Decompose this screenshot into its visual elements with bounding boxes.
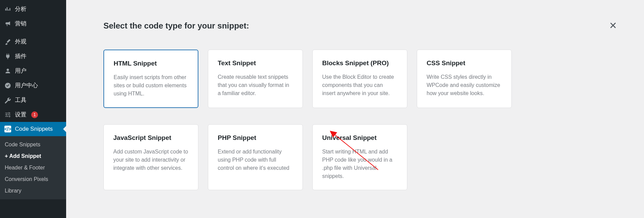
card-php-snippet[interactable]: PHP Snippet Extend or add functionality … xyxy=(208,124,303,190)
submenu-item-header-footer[interactable]: Header & Footer xyxy=(0,162,66,174)
sidebar-label: 用户中心 xyxy=(15,81,38,89)
close-button[interactable]: ✕ xyxy=(606,19,620,33)
snippet-type-grid: HTML Snippet Easily insert scripts from … xyxy=(103,50,620,190)
submenu-item-add-snippet[interactable]: + Add Snippet xyxy=(0,150,66,162)
sidebar-label: 营销 xyxy=(15,20,26,28)
submenu-item-library[interactable]: Library xyxy=(0,185,66,197)
card-css-snippet[interactable]: CSS Snippet Write CSS styles directly in… xyxy=(417,50,512,108)
sidebar-label: 插件 xyxy=(15,52,26,60)
sidebar-item-users[interactable]: 用户 xyxy=(0,63,66,78)
wrench-icon xyxy=(4,96,12,104)
card-blocks-snippet[interactable]: Blocks Snippet (PRO) Use the Block Edito… xyxy=(312,50,407,108)
card-desc: Start writing HTML and add PHP code like… xyxy=(322,148,397,180)
bar-chart-icon xyxy=(4,5,12,13)
sidebar-label: 用户 xyxy=(15,67,26,75)
sidebar-item-code-snippets[interactable]: </> Code Snippets xyxy=(0,122,66,136)
sidebar-label: 设置 xyxy=(15,111,26,119)
code-snippets-submenu: Code Snippets + Add Snippet Header & Foo… xyxy=(0,136,66,199)
sidebar-label: 分析 xyxy=(15,5,26,13)
card-title: Text Snippet xyxy=(218,59,293,67)
sidebar-item-analytics[interactable]: 分析 xyxy=(0,2,66,16)
submenu-item-conversion-pixels[interactable]: Conversion Pixels xyxy=(0,174,66,185)
sliders-icon xyxy=(4,111,12,119)
sidebar-item-tools[interactable]: 工具 xyxy=(0,93,66,107)
admin-sidebar: 分析 营销 外观 插件 用户 用户中心 工具 设置 1 </> Code Sni… xyxy=(0,0,66,218)
check-circle-icon xyxy=(4,82,12,89)
page-heading: Select the code type for your snippet: xyxy=(103,21,249,31)
sidebar-item-appearance[interactable]: 外观 xyxy=(0,34,66,49)
megaphone-icon xyxy=(4,20,12,28)
card-desc: Use the Block Editor to create component… xyxy=(322,73,397,97)
card-title: HTML Snippet xyxy=(114,60,188,67)
card-title: Universal Snippet xyxy=(322,134,397,142)
sidebar-item-plugins[interactable]: 插件 xyxy=(0,49,66,63)
plug-icon xyxy=(4,53,12,60)
card-text-snippet[interactable]: Text Snippet Create reusable text snippe… xyxy=(208,50,303,108)
sidebar-label: 外观 xyxy=(15,38,26,46)
notification-badge: 1 xyxy=(31,111,38,118)
submenu-item-code-snippets[interactable]: Code Snippets xyxy=(0,139,66,150)
card-javascript-snippet[interactable]: JavaScript Snippet Add custom JavaScript… xyxy=(103,124,198,190)
card-html-snippet[interactable]: HTML Snippet Easily insert scripts from … xyxy=(103,50,198,108)
card-desc: Extend or add functionality using PHP co… xyxy=(218,148,293,172)
card-title: CSS Snippet xyxy=(427,59,502,67)
sidebar-item-settings[interactable]: 设置 1 xyxy=(0,107,66,122)
code-icon: </> xyxy=(4,125,12,133)
card-title: PHP Snippet xyxy=(218,134,293,142)
card-desc: Add custom JavaScript code to your site … xyxy=(113,148,189,172)
card-universal-snippet[interactable]: Universal Snippet Start writing HTML and… xyxy=(312,124,407,190)
sidebar-label: 工具 xyxy=(15,96,26,104)
brush-icon xyxy=(4,38,12,46)
sidebar-item-user-center[interactable]: 用户中心 xyxy=(0,78,66,93)
sidebar-label: Code Snippets xyxy=(15,126,53,132)
card-desc: Write CSS styles directly in WPCode and … xyxy=(427,73,502,97)
header-row: Select the code type for your snippet: ✕ xyxy=(103,19,620,33)
card-title: JavaScript Snippet xyxy=(113,134,189,142)
card-title: Blocks Snippet (PRO) xyxy=(322,59,397,67)
sidebar-item-marketing[interactable]: 营销 xyxy=(0,16,66,31)
user-icon xyxy=(4,67,12,75)
main-content: Select the code type for your snippet: ✕… xyxy=(66,0,644,218)
card-desc: Create reusable text snippets that you c… xyxy=(218,73,293,97)
card-desc: Easily insert scripts from other sites o… xyxy=(114,73,188,98)
